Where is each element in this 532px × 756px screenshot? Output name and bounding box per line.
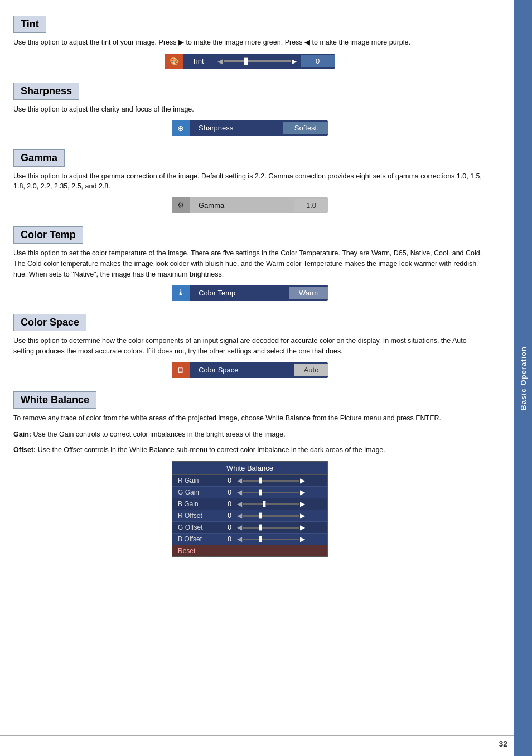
wb-val-g-offset: 0 [217,522,235,533]
color-temp-title: Color Temp [21,229,76,240]
wb-slider-r-offset: ◀ ▶ [235,510,327,521]
wb-label-b-gain: B Gain [172,498,217,510]
white-balance-desc-gain: Gain: Use the Gain controls to correct c… [13,429,486,440]
color-space-menu-value: Auto [294,364,328,376]
white-balance-title: White Balance [21,394,89,405]
gamma-icon: ⚙ [172,197,190,213]
table-row: R Offset 0 ◀ ▶ [172,510,327,522]
wb-slider-g-gain: ◀ ▶ [235,487,327,498]
color-space-header: Color Space [13,314,86,331]
tint-icon: 🎨 [165,54,183,69]
tint-desc: Use this option to adjust the tint of yo… [13,37,486,48]
bottom-divider [0,735,514,736]
wb-thumb-b-gain [263,501,266,507]
wb-slider-g-offset: ◀ ▶ [235,522,327,533]
sharpness-icon: ⊕ [172,120,190,136]
gamma-desc: Use this option to adjust the gamma corr… [13,171,486,192]
white-balance-table-title: White Balance [172,462,327,475]
wb-val-b-offset: 0 [217,534,235,545]
table-row: R Gain 0 ◀ ▶ [172,475,327,487]
color-temp-menu-value: Warm [289,287,328,299]
wb-val-b-gain: 0 [217,498,235,510]
arrow-left-icon: ◀ [237,535,242,543]
arrow-right-icon: ▶ [300,477,305,484]
color-space-desc: Use this option to determine how the col… [13,336,486,357]
wb-val-r-offset: 0 [217,510,235,521]
tint-slider-thumb [244,57,248,65]
color-space-icon: 🖥 [172,362,190,378]
gamma-menu-bar: ⚙ Gamma 1.0 [172,197,328,213]
arrow-left-icon: ◀ [237,512,242,520]
wb-label-r-offset: R Offset [172,510,217,521]
white-balance-gain-label: Gain: [13,430,31,438]
tint-arrow-left: ◀ [217,57,223,65]
white-balance-section: White Balance To remove any trace of col… [13,386,486,557]
tint-menu-label: Tint [183,55,212,67]
table-row[interactable]: Reset [172,545,327,556]
color-space-title: Color Space [21,317,79,328]
color-temp-icon: 🌡 [172,285,190,301]
white-balance-desc-1: To remove any trace of color from the wh… [13,413,486,424]
wb-label-g-gain: G Gain [172,487,217,498]
white-balance-table-container: White Balance R Gain 0 ◀ ▶ [13,461,486,557]
gamma-menu-demo: ⚙ Gamma 1.0 [13,197,486,213]
sharpness-menu-label: Sharpness [190,122,283,134]
arrow-left-icon: ◀ [237,524,242,531]
wb-label-g-offset: G Offset [172,522,217,533]
arrow-right-icon: ▶ [300,524,305,531]
arrow-right-icon: ▶ [300,535,305,543]
arrow-left-icon: ◀ [237,488,242,496]
tint-menu-bar: 🎨 Tint ◀ ▶ 0 [165,54,334,69]
wb-track-g-offset [243,527,299,529]
wb-thumb-b-offset [259,536,262,542]
table-row: G Gain 0 ◀ ▶ [172,487,327,498]
wb-track-b-gain [243,503,299,505]
sharpness-description-text: Use this option to adjust the clarity an… [13,105,194,113]
wb-thumb-r-gain [259,477,262,484]
wb-val-r-gain: 0 [217,475,235,486]
color-temp-menu-bar: 🌡 Color Temp Warm [172,285,328,301]
arrow-left-icon: ◀ [237,500,242,508]
gamma-menu-label: Gamma [190,199,294,212]
tint-header: Tint [13,16,46,33]
tint-description-text: Use this option to adjust the tint of yo… [13,38,410,46]
table-row: B Gain 0 ◀ ▶ [172,498,327,510]
tint-slider-track [224,60,291,62]
color-space-menu-bar: 🖥 Color Space Auto [172,362,328,378]
white-balance-offset-label: Offset: [13,446,36,454]
gamma-menu-value: 1.0 [294,199,328,212]
wb-track-r-offset [243,515,299,517]
wb-thumb-g-offset [259,524,262,531]
wb-track-g-gain [243,492,299,493]
white-balance-header: White Balance [13,391,96,409]
color-temp-menu-label: Color Temp [190,287,289,299]
tint-section: Tint Use this option to adjust the tint … [13,10,486,69]
tint-menu-demo: 🎨 Tint ◀ ▶ 0 [13,54,486,69]
wb-label-r-gain: R Gain [172,475,217,486]
color-space-menu-label: Color Space [190,364,294,376]
sharpness-desc: Use this option to adjust the clarity an… [13,104,486,115]
color-temp-section: Color Temp Use this option to set the co… [13,221,486,301]
wb-val-g-gain: 0 [217,487,235,498]
sharpness-section: Sharpness Use this option to adjust the … [13,77,486,136]
white-balance-gain-text: Use the Gain controls to correct color i… [31,430,286,438]
gamma-description-text: Use this option to adjust the gamma corr… [13,172,482,191]
sharpness-menu-value: Softest [283,122,328,134]
sharpness-menu-demo: ⊕ Sharpness Softest [13,120,486,136]
color-temp-header: Color Temp [13,226,83,244]
color-space-menu-demo: 🖥 Color Space Auto [13,362,486,378]
wb-thumb-g-gain [259,489,262,496]
white-balance-offset-text: Use the Offset controls in the White Bal… [36,446,385,454]
color-temp-desc: Use this option to set the color tempera… [13,248,486,279]
white-balance-table: White Balance R Gain 0 ◀ ▶ [172,461,328,557]
tint-arrow-right: ▶ [292,57,297,65]
color-space-description-text: Use this option to determine how the col… [13,337,467,355]
color-temp-description-text: Use this option to set the color tempera… [13,249,482,278]
white-balance-desc-offset: Offset: Use the Offset controls in the W… [13,445,486,455]
sharpness-title: Sharpness [21,85,72,96]
gamma-header: Gamma [13,149,65,167]
tint-title: Tint [21,18,39,30]
white-balance-desc-1-text: To remove any trace of color from the wh… [13,414,441,422]
sharpness-header: Sharpness [13,83,79,100]
arrow-right-icon: ▶ [300,488,305,496]
